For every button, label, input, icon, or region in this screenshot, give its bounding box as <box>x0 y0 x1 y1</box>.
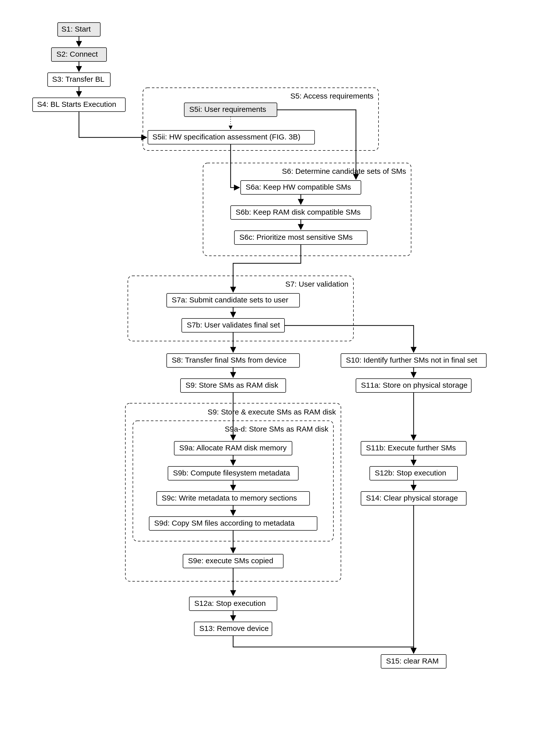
label-s13: S13: Remove device <box>199 624 269 632</box>
node-s15: S15: clear RAM <box>381 655 446 668</box>
label-s14: S14: Clear physical storage <box>366 494 458 502</box>
label-s11b: S11b: Execute further SMs <box>366 444 456 452</box>
node-s12b: S12b: Stop execution <box>370 467 457 480</box>
label-s1: S1: Start <box>61 25 91 33</box>
label-s10: S10: Identify further SMs not in final s… <box>346 356 477 364</box>
node-s3: S3: Transfer BL <box>48 73 110 86</box>
node-s6b: S6b: Keep RAM disk compatible SMs <box>231 206 371 219</box>
node-s8: S8: Transfer final SMs from device <box>167 353 300 368</box>
node-s9d: S9d: Copy SM files according to metadata <box>149 517 317 530</box>
label-s5i: S5i: User requirements <box>189 105 266 113</box>
label-s11a: S11a: Store on physical storage <box>361 381 468 389</box>
label-s3: S3: Transfer BL <box>52 75 104 83</box>
node-s2: S2: Connect <box>51 48 107 61</box>
label-s12b: S12b: Stop execution <box>375 469 446 477</box>
node-s9a: S9a: Allocate RAM disk memory <box>174 441 292 455</box>
label-s9e: S9e: execute SMs copied <box>188 557 273 565</box>
label-s9b: S9b: Compute filesystem metadata <box>173 469 290 477</box>
label-s7b: S7b: User validates final set <box>187 321 280 329</box>
flowchart: S1: Start S2: Connect S3: Transfer BL S4… <box>0 0 560 735</box>
title-s9g: S9: Store & execute SMs as RAM disk <box>208 408 336 416</box>
label-s9d: S9d: Copy SM files according to metadata <box>154 519 295 527</box>
node-s7b: S7b: User validates final set <box>182 318 285 332</box>
label-s6a: S6a: Keep HW compatible SMs <box>246 183 351 191</box>
node-s7a: S7a: Submit candidate sets to user <box>167 293 300 307</box>
label-s6b: S6b: Keep RAM disk compatible SMs <box>236 208 361 216</box>
label-s5ii: S5ii: HW specification assessment (FIG. … <box>152 133 300 141</box>
node-s11a: S11a: Store on physical storage <box>356 379 471 393</box>
node-s12a: S12a: Stop execution <box>189 597 277 611</box>
node-s9t: S9: Store SMs as RAM disk <box>180 379 286 393</box>
title-s5: S5: Access requirements <box>290 92 374 100</box>
node-s14: S14: Clear physical storage <box>361 492 466 505</box>
node-s9b: S9b: Compute filesystem metadata <box>168 467 298 480</box>
node-s1: S1: Start <box>58 23 100 36</box>
label-s9c: S9c: Write metadata to memory sections <box>162 494 297 502</box>
node-s6c: S6c: Prioritize most sensitive SMs <box>234 231 367 244</box>
label-s2: S2: Connect <box>56 50 98 58</box>
node-s13: S13: Remove device <box>194 622 272 636</box>
title-s9ad: S9a-d: Store SMs as RAM disk <box>225 425 329 433</box>
title-s6: S6: Determine candidate sets of SMs <box>282 167 406 175</box>
label-s9a: S9a: Allocate RAM disk memory <box>179 444 287 452</box>
label-s8: S8: Transfer final SMs from device <box>172 356 287 364</box>
label-s15: S15: clear RAM <box>386 657 439 665</box>
node-s10: S10: Identify further SMs not in final s… <box>341 353 486 368</box>
label-s4: S4: BL Starts Execution <box>37 100 116 108</box>
node-s9e: S9e: execute SMs copied <box>183 554 283 568</box>
label-s7a: S7a: Submit candidate sets to user <box>172 296 288 304</box>
node-s9c: S9c: Write metadata to memory sections <box>157 492 310 505</box>
node-s5ii: S5ii: HW specification assessment (FIG. … <box>148 130 315 144</box>
label-s6c: S6c: Prioritize most sensitive SMs <box>239 233 353 241</box>
label-s9t: S9: Store SMs as RAM disk <box>185 381 278 389</box>
label-s12a: S12a: Stop execution <box>194 599 266 607</box>
title-s7: S7: User validation <box>285 280 348 288</box>
node-s5i: S5i: User requirements <box>184 103 277 117</box>
node-s4: S4: BL Starts Execution <box>33 98 125 112</box>
node-s11b: S11b: Execute further SMs <box>361 441 466 455</box>
node-s6a: S6a: Keep HW compatible SMs <box>241 180 361 194</box>
